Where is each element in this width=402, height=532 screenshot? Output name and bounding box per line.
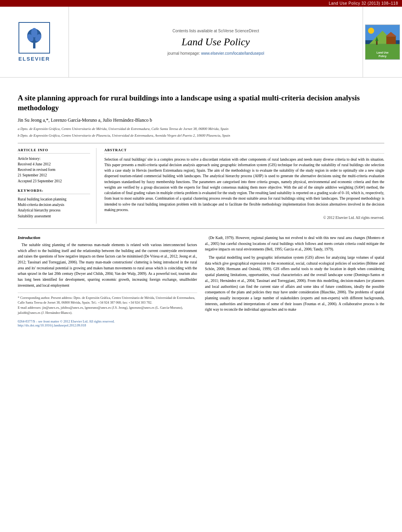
footnote-email: E-mail addresses: jin@unex.es, jshibss@u… xyxy=(18,305,197,315)
divider-2 xyxy=(18,228,384,229)
received-label: Received 4 June 2012 xyxy=(18,161,90,167)
keyword-item: Rural building location planning xyxy=(18,196,90,202)
journal-logo-area: Land Use Policy xyxy=(363,7,402,77)
journal-title: Land Use Policy xyxy=(182,36,250,48)
homepage-url[interactable]: www.elsevier.com/locate/landusepol xyxy=(201,51,264,56)
banner-text: Land Use Policy 32 (2013) 108–118 xyxy=(329,1,398,6)
article-info: ARTICLE INFO Article history: Received 4… xyxy=(18,148,96,224)
page-footer: 0264-8377/$ – see front matter © 2012 El… xyxy=(18,319,197,327)
homepage-label: journal homepage: xyxy=(167,51,200,56)
svg-rect-13 xyxy=(376,41,378,45)
keywords-section: Keywords: Rural building location planni… xyxy=(18,189,90,219)
keyword-item: Suitability assessment xyxy=(18,213,90,219)
authors-line: Jin Su Jeong a,*, Lorenzo García-Moruno … xyxy=(18,117,384,123)
keyword-item: Multi-criteria decision analysis xyxy=(18,202,90,208)
abstract-text: Selection of rural buildings' site is a … xyxy=(104,157,384,213)
body-col-right: (De Kadt, 1979). However, regional plann… xyxy=(205,235,385,327)
elsevier-wordmark: ELSEVIER xyxy=(19,56,50,62)
intro-paragraph: (De Kadt, 1979). However, regional plann… xyxy=(205,235,385,252)
body-section: Introduction The suitable siting plannin… xyxy=(18,235,384,327)
revised-label: Received in revised form xyxy=(18,167,90,172)
article-info-label: ARTICLE INFO xyxy=(18,148,90,154)
footnote-star: * Corresponding author. Present address:… xyxy=(18,295,197,306)
intro-col1-text: The suitable siting planning of the nume… xyxy=(18,242,197,289)
keywords-label: Keywords: xyxy=(18,189,90,194)
keywords-list: Rural building location planningMulti-cr… xyxy=(18,196,90,219)
journal-center: Contents lists available at SciVerse Sci… xyxy=(69,7,363,77)
contents-text: Contents lists available at SciVerse Sci… xyxy=(172,29,259,33)
page: Land Use Policy 32 (2013) 108–118 xyxy=(0,0,402,532)
divider-1 xyxy=(18,143,384,143)
elsevier-logo: ELSEVIER xyxy=(19,22,50,62)
intro-paragraph: The spatial modelling used by geographic… xyxy=(205,255,385,313)
body-two-col: Introduction The suitable siting plannin… xyxy=(18,235,384,327)
issn-line: 0264-8377/$ – see front matter © 2012 El… xyxy=(18,319,197,323)
authors-text: Jin Su Jeong a,*, Lorenzo García-Moruno … xyxy=(18,117,152,123)
intro-col2-text: (De Kadt, 1979). However, regional plann… xyxy=(205,235,385,313)
svg-text:Policy: Policy xyxy=(379,54,387,57)
doi-line: http://dx.doi.org/10.1016/j.landusepol.2… xyxy=(18,323,197,327)
footnote-area: * Corresponding author. Present address:… xyxy=(18,293,197,315)
header: ELSEVIER Contents lists available at Sci… xyxy=(0,7,402,78)
affiliation-a: a Dpto. de Expresión Gráfica, Centro Uni… xyxy=(18,126,384,132)
history-title: Article history: xyxy=(18,156,90,161)
top-banner: Land Use Policy 32 (2013) 108–118 xyxy=(0,0,402,7)
body-col-left: Introduction The suitable siting plannin… xyxy=(18,235,197,327)
elsevier-tree-icon xyxy=(19,22,50,54)
article-content: A site planning approach for rural build… xyxy=(0,78,402,335)
svg-point-12 xyxy=(368,28,374,33)
affiliation-b: b Dpto. de Expresión Gráfica, Centro Uni… xyxy=(18,133,384,138)
article-history-content: Article history: Received 4 June 2012 Re… xyxy=(18,156,90,184)
svg-text:Land Use: Land Use xyxy=(376,51,389,54)
copyright: © 2012 Elsevier Ltd. All rights reserved… xyxy=(104,216,384,220)
intro-paragraph: The suitable siting planning of the nume… xyxy=(18,242,197,289)
journal-homepage: journal homepage: www.elsevier.com/locat… xyxy=(167,51,264,56)
article-history: ARTICLE INFO Article history: Received 4… xyxy=(18,148,90,184)
svg-rect-10 xyxy=(386,36,396,44)
abstract-section: ABSTRACT Selection of rural buildings' s… xyxy=(104,148,384,224)
intro-heading: Introduction xyxy=(18,235,197,240)
article-title: A site planning approach for rural build… xyxy=(18,93,384,113)
svg-rect-1 xyxy=(33,43,35,48)
keyword-item: Analytical hierarchy process xyxy=(18,208,90,213)
article-meta-row: ARTICLE INFO Article history: Received 4… xyxy=(18,148,384,224)
elsevier-logo-area: ELSEVIER xyxy=(0,7,69,77)
abstract-label: ABSTRACT xyxy=(104,148,384,154)
revised-date: 21 September 2012 xyxy=(18,172,90,178)
accepted-label: Accepted 23 September 2012 xyxy=(18,178,90,184)
journal-logo: Land Use Policy xyxy=(365,24,400,60)
contents-line: Contents lists available at SciVerse Sci… xyxy=(172,29,259,33)
